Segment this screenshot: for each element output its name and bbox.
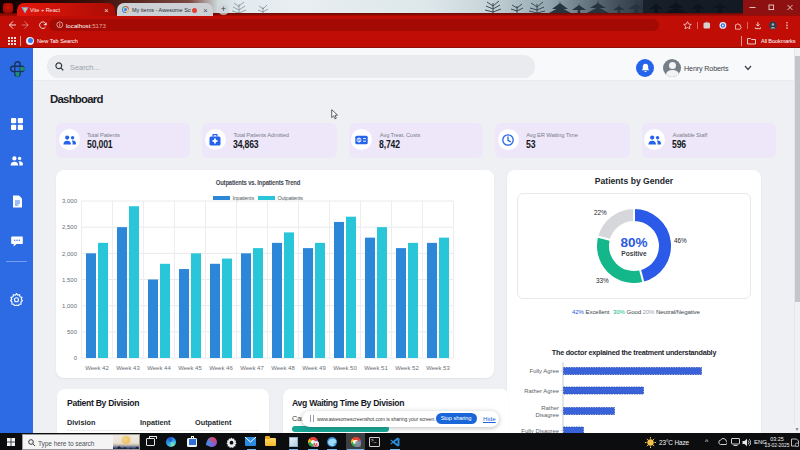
svg-text:Week 53: Week 53: [426, 365, 450, 371]
svg-text:Week 48: Week 48: [271, 365, 295, 371]
svg-text:0: 0: [74, 355, 78, 361]
svg-text:Week 49: Week 49: [302, 365, 326, 371]
svg-text:Week 51: Week 51: [364, 365, 388, 371]
svg-text:1,000: 1,000: [62, 303, 78, 309]
svg-text:Week 46: Week 46: [209, 365, 233, 371]
svg-text:Week 45: Week 45: [178, 365, 202, 371]
svg-text:Week 47: Week 47: [240, 365, 264, 371]
svg-text:Rather Agree: Rather Agree: [524, 388, 559, 394]
svg-text:Week 44: Week 44: [147, 365, 171, 371]
svg-text:3,000: 3,000: [62, 198, 78, 204]
svg-text:Rather: Rather: [541, 405, 559, 411]
svg-text:Week 43: Week 43: [116, 365, 140, 371]
svg-text:Week 42: Week 42: [85, 365, 109, 371]
svg-text:Week 50: Week 50: [333, 365, 357, 371]
svg-text:1,500: 1,500: [62, 277, 78, 283]
svg-text:Disagree: Disagree: [535, 412, 559, 418]
svg-text:Fully Agree: Fully Agree: [530, 368, 560, 374]
svg-text:Week 52: Week 52: [395, 365, 419, 371]
svg-text:2,500: 2,500: [62, 224, 78, 230]
svg-text:500: 500: [67, 329, 78, 335]
svg-text:2,000: 2,000: [62, 251, 78, 257]
